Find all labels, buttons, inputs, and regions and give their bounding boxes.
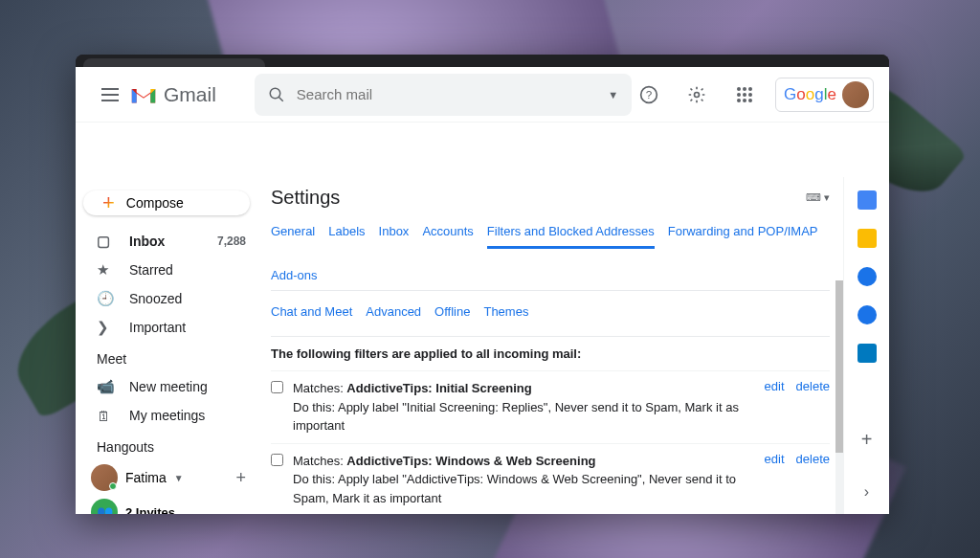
search-input[interactable]	[297, 86, 596, 102]
meet-icon: 🗓	[97, 408, 114, 424]
meet-label: My meetings	[129, 408, 205, 423]
filter-delete-link[interactable]: delete	[796, 379, 830, 393]
hangouts-invites-row[interactable]: 👥 2 Invites	[76, 495, 257, 514]
svg-point-11	[743, 99, 746, 102]
contacts-addon-icon[interactable]	[858, 305, 877, 324]
search-box[interactable]: ▼	[255, 74, 632, 116]
gmail-m-icon	[129, 84, 158, 105]
filter-edit-link[interactable]: edit	[765, 452, 785, 466]
meet-section-label: Meet	[76, 342, 257, 372]
filter-checkbox[interactable]	[271, 454, 283, 466]
nav-icon: ▢	[97, 233, 114, 250]
settings-tab-general[interactable]: General	[271, 218, 315, 249]
nav-icon: 🕘	[97, 290, 114, 307]
chevron-down-icon: ▼	[174, 473, 184, 483]
settings-tab-add-ons[interactable]: Add-ons	[271, 262, 317, 290]
settings-title: Settings	[271, 187, 340, 209]
nav-label: Inbox	[129, 234, 165, 249]
nav-label: Starred	[129, 262, 173, 278]
settings-tab-advanced[interactable]: Advanced	[366, 299, 421, 326]
keep-addon-icon[interactable]	[858, 229, 877, 248]
meet-item-new-meeting[interactable]: 📹New meeting	[76, 372, 257, 401]
invites-label: 2 Invites	[125, 505, 175, 515]
hangouts-new-icon[interactable]: +	[235, 468, 246, 488]
apps-grid-icon[interactable]	[727, 78, 762, 112]
tasks-addon-icon[interactable]	[858, 267, 877, 286]
compose-button[interactable]: + Compose	[83, 190, 250, 215]
filters-list: Matches: AddictiveTips: Initial Screenin…	[271, 370, 830, 514]
add-addon-button[interactable]: +	[861, 429, 873, 451]
filter-edit-link[interactable]: edit	[765, 379, 785, 393]
svg-point-0	[270, 88, 280, 99]
calendar-addon-icon[interactable]	[858, 190, 877, 210]
sidebar-item-starred[interactable]: ★Starred	[76, 256, 257, 284]
browser-window: Settings - fatima@addictivetips.c… × + —…	[76, 55, 889, 514]
filter-description: Matches: AddictiveTips: Windows & Web Sc…	[293, 452, 755, 508]
filter-delete-link[interactable]: delete	[796, 452, 830, 466]
google-account-button[interactable]: Google	[775, 78, 874, 112]
settings-tab-chat-and-meet[interactable]: Chat and Meet	[271, 299, 352, 326]
gmail-product-name: Gmail	[164, 83, 216, 106]
svg-point-3	[695, 92, 700, 97]
settings-tab-labels[interactable]: Labels	[328, 218, 365, 249]
meet-label: New meeting	[129, 379, 208, 394]
svg-point-6	[748, 87, 752, 91]
filters-intro-text: The following filters are applied to all…	[271, 337, 830, 370]
svg-point-10	[737, 99, 741, 102]
filter-checkbox[interactable]	[271, 381, 283, 393]
side-panel: + ›	[843, 177, 889, 514]
svg-text:?: ?	[646, 88, 653, 100]
nav-label: Snoozed	[129, 291, 182, 306]
settings-gear-icon[interactable]	[679, 78, 714, 112]
settings-tab-offline[interactable]: Offline	[434, 299, 470, 326]
filter-row: Matches: AddictiveTips: Initial Screenin…	[271, 370, 830, 443]
settings-tab-filters-and-blocked-addresses[interactable]: Filters and Blocked Addresses	[487, 218, 655, 249]
settings-tab-forwarding-and-pop-imap[interactable]: Forwarding and POP/IMAP	[668, 218, 818, 249]
nav-count: 7,288	[217, 234, 246, 248]
svg-point-12	[748, 99, 752, 102]
gmail-sidebar: + Compose ▢Inbox7,288★Starred🕘Snoozed❯Im…	[76, 177, 257, 514]
google-word: Google	[784, 85, 836, 104]
nav-label: Important	[129, 320, 186, 335]
sidebar-item-snoozed[interactable]: 🕘Snoozed	[76, 284, 257, 313]
meet-icon: 📹	[97, 378, 114, 395]
filter-description: Matches: AddictiveTips: Initial Screenin…	[293, 379, 755, 435]
svg-point-5	[743, 87, 746, 91]
account-avatar	[842, 81, 869, 108]
nav-icon: ★	[97, 261, 114, 279]
scrollbar[interactable]	[835, 280, 843, 514]
main-menu-icon[interactable]	[91, 76, 129, 114]
invites-icon: 👥	[91, 499, 118, 514]
input-tools-toggle[interactable]: ⌨ ▾	[806, 191, 830, 204]
meet-item-my-meetings[interactable]: 🗓My meetings	[76, 401, 257, 430]
hangouts-section-label: Hangouts	[76, 430, 257, 460]
support-icon[interactable]: ?	[632, 78, 666, 112]
filter-row: Matches: AddictiveTips: Windows & Web Sc…	[271, 443, 830, 515]
svg-point-9	[748, 93, 752, 97]
hangouts-avatar	[91, 464, 118, 491]
settings-tab-inbox[interactable]: Inbox	[379, 218, 410, 249]
svg-point-7	[737, 93, 741, 97]
svg-point-4	[737, 87, 741, 91]
plus-icon: +	[102, 190, 115, 215]
trello-addon-icon[interactable]	[858, 344, 877, 363]
settings-tabs-row-2: Chat and MeetAdvancedOfflineThemes	[271, 291, 830, 337]
hangouts-user-row[interactable]: Fatima ▼ +	[76, 460, 257, 495]
nav-icon: ❯	[97, 319, 114, 336]
gmail-header: Gmail ▼ ? Google	[76, 67, 889, 123]
search-options-icon[interactable]: ▼	[608, 89, 618, 100]
sidebar-item-important[interactable]: ❯Important	[76, 313, 257, 342]
settings-tabs-row-1: GeneralLabelsInboxAccountsFilters and Bl…	[271, 218, 830, 291]
compose-label: Compose	[126, 195, 184, 211]
sidebar-item-inbox[interactable]: ▢Inbox7,288	[76, 227, 257, 256]
svg-point-8	[743, 93, 746, 97]
settings-tab-themes[interactable]: Themes	[483, 299, 528, 326]
gmail-logo[interactable]: Gmail	[129, 83, 216, 106]
settings-tab-accounts[interactable]: Accounts	[422, 218, 473, 249]
hangouts-user-name: Fatima	[125, 470, 167, 485]
settings-panel: Settings ⌨ ▾ GeneralLabelsInboxAccountsF…	[257, 177, 843, 514]
search-icon	[268, 86, 285, 103]
collapse-panel-icon[interactable]: ›	[864, 483, 869, 501]
